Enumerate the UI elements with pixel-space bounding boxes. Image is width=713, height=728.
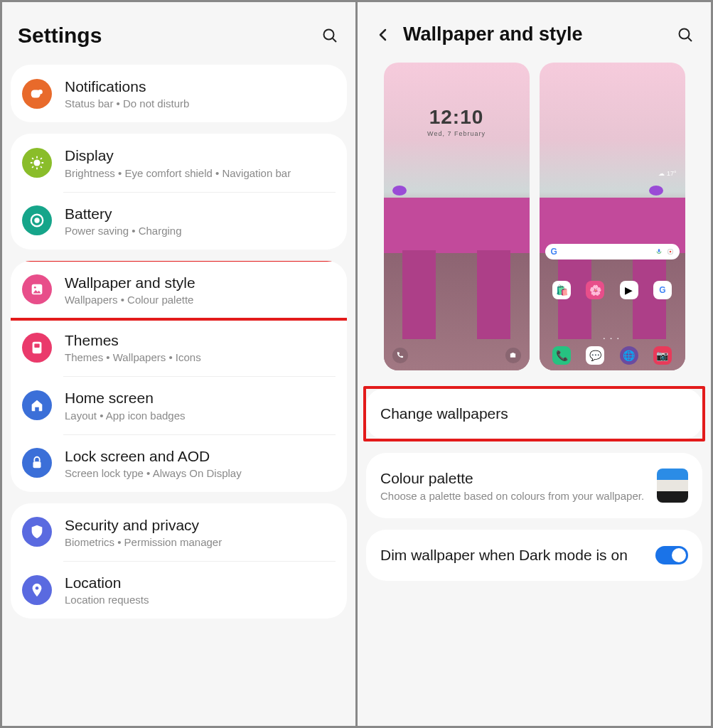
settings-row-battery[interactable]: Battery Power saving • Charging xyxy=(11,192,347,250)
security-icon xyxy=(22,517,52,547)
svg-point-20 xyxy=(36,587,39,590)
app-gallery-icon: 🌸 xyxy=(586,281,604,299)
lock-date: Wed, 7 February xyxy=(384,130,530,137)
row-title: Battery xyxy=(65,205,336,223)
change-wallpapers-row[interactable]: Change wallpapers xyxy=(366,389,702,439)
dim-wallpaper-row[interactable]: Dim wallpaper when Dark mode is on xyxy=(366,530,702,581)
svg-rect-18 xyxy=(34,343,39,348)
dim-wallpaper-title: Dim wallpaper when Dark mode is on xyxy=(380,545,647,565)
app-google-icon: G xyxy=(653,281,672,299)
app-messages-icon: 💬 xyxy=(586,346,604,365)
wallpaper-header: Wallpaper and style xyxy=(358,2,711,63)
page-title: Settings xyxy=(18,23,320,48)
google-search-bar: G xyxy=(545,244,680,259)
wallpaper-icon xyxy=(22,274,52,304)
settings-row-home[interactable]: Home screen Layout • App icon badges xyxy=(11,376,347,434)
app-phone-icon: 📞 xyxy=(552,346,571,365)
settings-group: Notifications Status bar • Do not distur… xyxy=(11,65,347,122)
page-title: Wallpaper and style xyxy=(403,23,675,46)
colour-palette-sub: Choose a palette based on colours from y… xyxy=(380,490,648,502)
lock-clock: 12:10 Wed, 7 February xyxy=(384,106,530,137)
search-icon[interactable] xyxy=(675,25,695,45)
row-title: Security and privacy xyxy=(65,516,336,535)
row-subtitle: Status bar • Do not disturb xyxy=(65,97,336,109)
google-logo-icon: G xyxy=(551,247,557,257)
row-title: Location xyxy=(65,574,336,592)
home-screen-preview[interactable]: ☁ 17° G 🛍️ 🌸 ▶ G • • • 📞 💬 🌐 📷 xyxy=(540,63,685,370)
notifications-icon xyxy=(22,79,52,109)
colour-palette-row[interactable]: Colour palette Choose a palette based on… xyxy=(366,453,702,518)
svg-point-0 xyxy=(324,30,334,40)
colour-palette-title: Colour palette xyxy=(380,469,648,488)
svg-point-16 xyxy=(34,287,36,289)
settings-row-themes[interactable]: Themes Themes • Wallpapers • Icons xyxy=(11,318,347,376)
row-subtitle: Themes • Wallpapers • Icons xyxy=(65,351,336,363)
svg-line-22 xyxy=(688,38,692,41)
battery-icon xyxy=(22,205,52,235)
svg-point-26 xyxy=(669,251,671,253)
svg-rect-24 xyxy=(658,250,660,253)
row-subtitle: Screen lock type • Always On Display xyxy=(65,467,336,479)
row-title: Notifications xyxy=(65,77,336,96)
weather-widget: ☁ 17° xyxy=(658,170,677,177)
lock-screen-preview[interactable]: 12:10 Wed, 7 February xyxy=(384,63,530,370)
app-browser-icon: 🌐 xyxy=(620,346,638,365)
search-icon[interactable] xyxy=(320,26,340,46)
svg-point-3 xyxy=(38,90,42,94)
mic-icon xyxy=(655,248,663,255)
themes-icon xyxy=(22,333,52,363)
settings-row-wallpaper[interactable]: Wallpaper and style Wallpapers • Colour … xyxy=(11,261,347,318)
app-store-icon: 🛍️ xyxy=(552,281,571,299)
location-icon xyxy=(22,575,52,605)
settings-row-notifications[interactable]: Notifications Status bar • Do not distur… xyxy=(11,65,347,122)
palette-swatch-icon xyxy=(657,469,688,503)
phone-icon xyxy=(392,348,408,363)
svg-point-21 xyxy=(680,28,690,38)
row-subtitle: Wallpapers • Colour palette xyxy=(65,294,336,306)
back-icon[interactable] xyxy=(373,25,393,45)
row-subtitle: Biometrics • Permission manager xyxy=(65,536,336,548)
lock-icon xyxy=(22,448,52,478)
settings-row-lock[interactable]: Lock screen and AOD Screen lock type • A… xyxy=(11,434,347,492)
settings-group: Display Brightness • Eye comfort shield … xyxy=(11,134,347,250)
dim-wallpaper-toggle[interactable] xyxy=(655,546,688,564)
app-camera-icon: 📷 xyxy=(653,346,672,365)
settings-screen: Settings Notifications Status bar • Do n… xyxy=(2,2,355,726)
row-title: Display xyxy=(65,146,336,165)
svg-point-4 xyxy=(33,159,40,166)
settings-group: Wallpaper and style Wallpapers • Colour … xyxy=(11,261,347,492)
lens-icon xyxy=(667,248,674,255)
settings-group: Security and privacy Biometrics • Permis… xyxy=(11,503,347,619)
svg-line-9 xyxy=(32,158,33,159)
row-subtitle: Location requests xyxy=(65,594,336,606)
row-subtitle: Brightness • Eye comfort shield • Naviga… xyxy=(65,167,336,179)
svg-line-12 xyxy=(41,158,42,159)
change-wallpapers-highlight: Change wallpapers xyxy=(363,386,705,441)
home-dock: 📞 💬 🌐 📷 xyxy=(545,346,680,365)
camera-icon xyxy=(505,348,521,363)
settings-header: Settings xyxy=(2,2,355,65)
settings-row-security[interactable]: Security and privacy Biometrics • Permis… xyxy=(11,503,347,561)
row-title: Lock screen and AOD xyxy=(65,447,336,466)
row-title: Wallpaper and style xyxy=(65,274,336,292)
home-icon xyxy=(22,390,52,420)
svg-point-14 xyxy=(34,218,39,223)
page-indicator: • • • xyxy=(540,336,685,341)
svg-line-1 xyxy=(333,38,336,42)
svg-rect-19 xyxy=(33,461,41,468)
svg-line-11 xyxy=(32,166,33,168)
change-wallpapers-label: Change wallpapers xyxy=(380,405,508,423)
wallpaper-style-screen: Wallpaper and style 12:10 Wed, 7 Februar… xyxy=(358,2,711,726)
row-title: Home screen xyxy=(65,389,336,407)
svg-line-10 xyxy=(41,166,42,168)
row-subtitle: Power saving • Charging xyxy=(65,225,336,237)
settings-row-display[interactable]: Display Brightness • Eye comfort shield … xyxy=(11,134,347,191)
wallpaper-previews: 12:10 Wed, 7 February ☁ 17° G 🛍️ 🌸 xyxy=(375,63,694,370)
row-title: Themes xyxy=(65,331,336,350)
display-icon xyxy=(22,148,52,178)
app-playstore-icon: ▶ xyxy=(620,281,638,299)
row-subtitle: Layout • App icon badges xyxy=(65,410,336,422)
settings-row-location[interactable]: Location Location requests xyxy=(11,561,347,619)
